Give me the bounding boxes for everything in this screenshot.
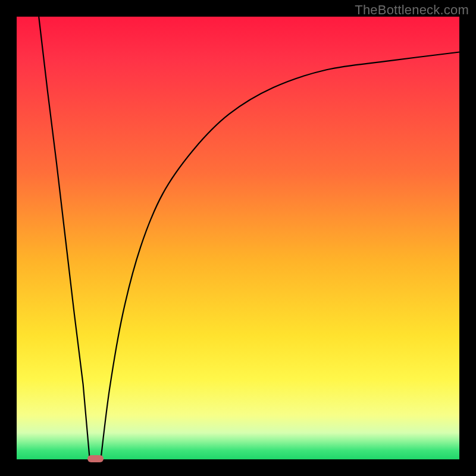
chart-curve: [17, 17, 459, 459]
curve-path: [39, 17, 459, 459]
watermark-text: TheBottleneck.com: [355, 2, 469, 18]
chart-frame: TheBottleneck.com: [0, 0, 476, 476]
bottleneck-marker: [87, 455, 104, 462]
